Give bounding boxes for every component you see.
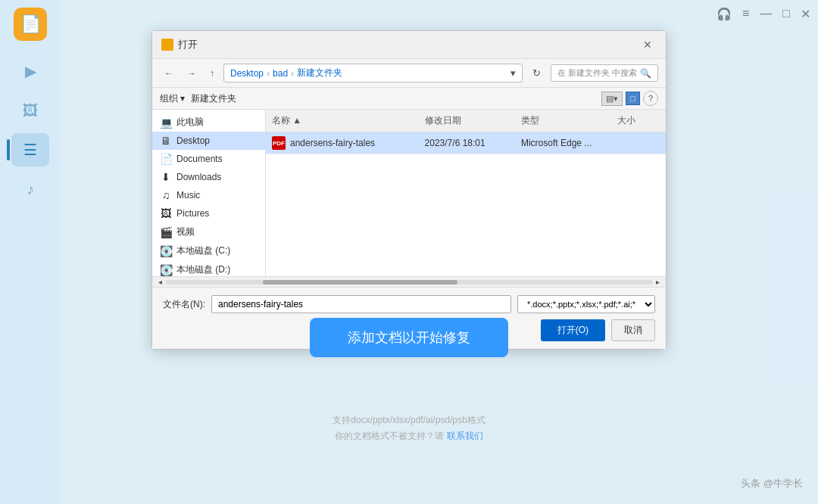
app-logo: 📄 bbox=[14, 8, 47, 41]
dialog-titlebar: 打开 ✕ bbox=[152, 31, 666, 59]
cancel-button[interactable]: 取消 bbox=[611, 319, 655, 341]
path-sep-1: › bbox=[267, 68, 270, 79]
path-bar[interactable]: Desktop › bad › 新建文件夹 ▾ bbox=[223, 64, 523, 82]
video-icon: ▶ bbox=[25, 62, 36, 80]
watermark: 头条 @牛学长 bbox=[741, 477, 803, 490]
support-contact: 你的文档格式不被支持？请 联系我们 bbox=[333, 428, 485, 443]
scrollbar-thumb bbox=[263, 280, 458, 285]
nav-forward-button[interactable]: → bbox=[183, 66, 201, 81]
path-part-desktop[interactable]: Desktop bbox=[230, 68, 264, 79]
path-sep-2: › bbox=[291, 68, 294, 79]
dialog-organize-toolbar: 组织 ▾ 新建文件夹 ▤▾ □ ? bbox=[152, 88, 666, 110]
dialog-sidebar: 💻 此电脑 🖥 Desktop 📄 Documents ⬇ Downloads … bbox=[152, 110, 266, 276]
col-size[interactable]: 大小 bbox=[611, 113, 666, 129]
dialog-title: 打开 bbox=[161, 38, 198, 51]
nav-music[interactable]: ♫ Music bbox=[152, 186, 265, 204]
organize-label: 组织 ▾ bbox=[160, 92, 185, 105]
preview-toggle-button[interactable]: □ bbox=[626, 92, 640, 105]
this-pc-icon: 💻 bbox=[160, 117, 172, 129]
view-buttons: ▤▾ □ ? bbox=[601, 91, 658, 106]
music-label: Music bbox=[176, 190, 200, 201]
filetype-select[interactable]: *.docx;*.pptx;*.xlsx;*.pdf;*.ai;* bbox=[517, 295, 655, 313]
nav-downloads[interactable]: ⬇ Downloads bbox=[152, 168, 265, 186]
scroll-right-icon[interactable]: ▸ bbox=[653, 278, 663, 286]
image-icon: 🖼 bbox=[23, 102, 38, 120]
horizontal-scrollbar[interactable]: ◂ ▸ bbox=[152, 276, 666, 287]
dialog-folder-icon bbox=[161, 39, 173, 51]
nav-this-pc[interactable]: 💻 此电脑 bbox=[152, 113, 265, 132]
scrollbar-track[interactable] bbox=[165, 280, 653, 285]
file-open-dialog: 打开 ✕ ← → ↑ Desktop › bad › 新建文件夹 ▾ ↻ 在 新… bbox=[151, 30, 667, 350]
open-button[interactable]: 打开(O) bbox=[541, 319, 605, 341]
col-date[interactable]: 修改日期 bbox=[419, 113, 515, 129]
nav-pictures[interactable]: 🖼 Pictures bbox=[152, 204, 265, 222]
path-part-bad[interactable]: bad bbox=[273, 68, 288, 79]
desktop-icon: 🖥 bbox=[160, 135, 172, 147]
documents-icon: 📄 bbox=[160, 153, 172, 165]
path-dropdown-button[interactable]: ▾ bbox=[510, 67, 516, 79]
new-folder-button[interactable]: 新建文件夹 bbox=[191, 92, 236, 105]
this-pc-label: 此电脑 bbox=[176, 116, 204, 129]
pdf-icon: PDF bbox=[272, 136, 286, 150]
sidebar-item-doc[interactable]: ☰ bbox=[11, 133, 49, 166]
scroll-left-icon[interactable]: ◂ bbox=[155, 278, 165, 286]
videos-label: 视频 bbox=[176, 226, 195, 238]
nav-back-button[interactable]: ← bbox=[160, 66, 178, 81]
app-sidebar: 📄 ▶ 🖼 ☰ ♪ bbox=[0, 0, 61, 504]
file-type: Microsoft Edge ... bbox=[515, 138, 611, 148]
path-part-folder[interactable]: 新建文件夹 bbox=[297, 67, 342, 79]
help-button[interactable]: ? bbox=[643, 91, 658, 106]
music-icon: ♫ bbox=[160, 189, 172, 201]
refresh-button[interactable]: ↻ bbox=[527, 65, 546, 81]
dialog-title-text: 打开 bbox=[178, 38, 198, 51]
sidebar-item-audio[interactable]: ♪ bbox=[11, 173, 49, 206]
filename-row: 文件名(N): *.docx;*.pptx;*.xlsx;*.pdf;*.ai;… bbox=[163, 295, 655, 313]
logo-icon: 📄 bbox=[20, 14, 41, 34]
filename-label: 文件名(N): bbox=[163, 298, 205, 311]
filename-input[interactable] bbox=[211, 295, 511, 313]
organize-button[interactable]: 组织 ▾ bbox=[160, 92, 185, 105]
search-icon[interactable]: 🔍 bbox=[640, 68, 651, 79]
file-list-header: 名称 ▲ 修改日期 类型 大小 bbox=[266, 110, 666, 132]
table-row[interactable]: PDF andersens-fairy-tales 2023/7/6 18:01… bbox=[266, 132, 666, 154]
downloads-label: Downloads bbox=[176, 172, 221, 182]
nav-local-c[interactable]: 💽 本地磁盘 (C:) bbox=[152, 241, 265, 260]
new-folder-label: 新建文件夹 bbox=[191, 93, 236, 104]
nav-desktop[interactable]: 🖥 Desktop bbox=[152, 132, 265, 150]
nav-videos[interactable]: 🎬 视频 bbox=[152, 222, 265, 241]
desktop-label: Desktop bbox=[176, 135, 210, 146]
downloads-icon: ⬇ bbox=[160, 171, 172, 183]
support-text: 支持docx/pptx/xlsx/pdf/ai/psd/psb格式 你的文档格式… bbox=[333, 412, 485, 443]
dialog-close-button[interactable]: ✕ bbox=[638, 37, 657, 52]
search-bar: 在 新建文件夹 中搜索 🔍 bbox=[551, 64, 658, 82]
file-name: andersens-fairy-tales bbox=[290, 138, 375, 148]
list-view-button[interactable]: ▤▾ bbox=[601, 92, 623, 106]
local-d-icon: 💽 bbox=[160, 264, 172, 276]
pictures-label: Pictures bbox=[176, 208, 209, 219]
nav-documents[interactable]: 📄 Documents bbox=[152, 150, 265, 168]
audio-icon: ♪ bbox=[27, 181, 34, 198]
search-label: 在 新建文件夹 中搜索 bbox=[557, 67, 637, 79]
local-c-label: 本地磁盘 (C:) bbox=[176, 244, 230, 257]
sidebar-item-video[interactable]: ▶ bbox=[11, 54, 49, 88]
local-c-icon: 💽 bbox=[160, 245, 172, 257]
file-date: 2023/7/6 18:01 bbox=[419, 138, 515, 148]
pictures-icon: 🖼 bbox=[160, 207, 172, 219]
add-doc-button[interactable]: 添加文档以开始修复 bbox=[310, 318, 508, 357]
col-type[interactable]: 类型 bbox=[515, 113, 611, 129]
sidebar-item-image[interactable]: 🖼 bbox=[11, 94, 49, 127]
documents-label: Documents bbox=[176, 154, 223, 164]
file-list: 名称 ▲ 修改日期 类型 大小 PDF andersens-fairy-tale… bbox=[266, 110, 666, 276]
dialog-body: 💻 此电脑 🖥 Desktop 📄 Documents ⬇ Downloads … bbox=[152, 110, 666, 276]
nav-up-button[interactable]: ↑ bbox=[205, 66, 219, 81]
contact-link[interactable]: 联系我们 bbox=[447, 431, 483, 441]
local-d-label: 本地磁盘 (D:) bbox=[176, 263, 230, 276]
dialog-nav-toolbar: ← → ↑ Desktop › bad › 新建文件夹 ▾ ↻ 在 新建文件夹 … bbox=[152, 59, 666, 88]
doc-icon: ☰ bbox=[23, 141, 37, 159]
nav-local-d[interactable]: 💽 本地磁盘 (D:) bbox=[152, 260, 265, 276]
col-name[interactable]: 名称 ▲ bbox=[266, 113, 419, 129]
support-formats: 支持docx/pptx/xlsx/pdf/ai/psd/psb格式 bbox=[333, 412, 485, 428]
videos-icon: 🎬 bbox=[160, 226, 172, 238]
